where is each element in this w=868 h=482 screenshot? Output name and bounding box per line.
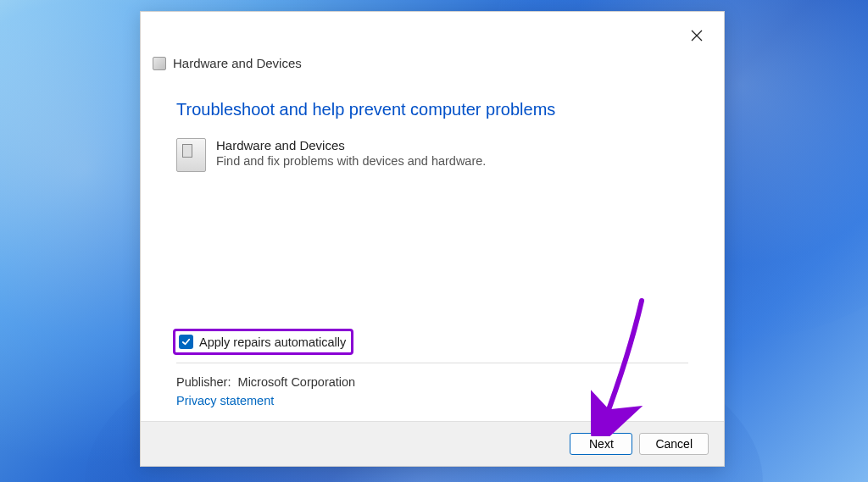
device-title: Hardware and Devices bbox=[216, 138, 486, 152]
publisher-label: Publisher: bbox=[176, 375, 231, 389]
cancel-button[interactable]: Cancel bbox=[639, 433, 709, 455]
hardware-icon bbox=[153, 57, 166, 70]
next-button[interactable]: Next bbox=[570, 433, 632, 455]
close-icon bbox=[691, 30, 703, 42]
divider bbox=[176, 363, 688, 363]
checkbox-label: Apply repairs automatically bbox=[199, 335, 346, 349]
privacy-statement-link[interactable]: Privacy statement bbox=[176, 394, 688, 407]
apply-repairs-checkbox-row[interactable]: Apply repairs automatically bbox=[173, 329, 353, 355]
publisher-value: Microsoft Corporation bbox=[238, 375, 356, 389]
apply-repairs-checkbox[interactable] bbox=[179, 335, 193, 349]
publisher-row: Publisher: Microsoft Corporation bbox=[176, 375, 688, 389]
device-section: Hardware and Devices Find and fix proble… bbox=[176, 138, 688, 172]
main-heading: Troubleshoot and help prevent computer p… bbox=[176, 100, 688, 119]
spacer bbox=[176, 189, 688, 329]
device-text: Hardware and Devices Find and fix proble… bbox=[216, 138, 486, 172]
dialog-content: Troubleshoot and help prevent computer p… bbox=[141, 70, 724, 421]
checkmark-icon bbox=[181, 337, 191, 346]
close-button[interactable] bbox=[688, 27, 705, 44]
troubleshooter-dialog: Hardware and Devices Troubleshoot and he… bbox=[140, 11, 725, 467]
dialog-footer: Next Cancel bbox=[141, 421, 724, 466]
device-description: Find and fix problems with devices and h… bbox=[216, 154, 486, 168]
device-icon bbox=[176, 138, 206, 172]
dialog-header: Hardware and Devices bbox=[141, 12, 724, 70]
dialog-title: Hardware and Devices bbox=[173, 56, 302, 70]
